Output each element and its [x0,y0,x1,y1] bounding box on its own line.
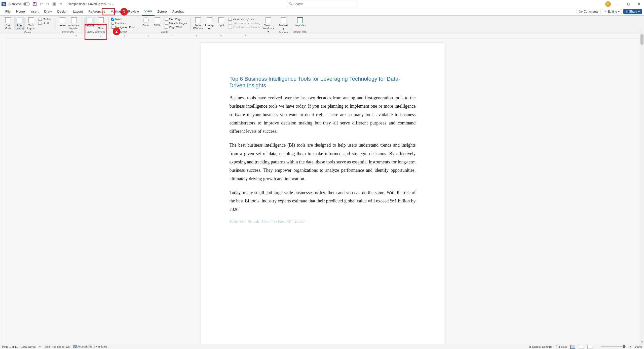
chevron-down-icon[interactable]: ⌵ [112,2,113,6]
group-immersive: Focus Immersive Reader Immersive [55,16,81,34]
minimize-button[interactable]: ─ [614,2,621,7]
view-side-by-side-button[interactable]: View Side by Side [227,17,262,21]
arrange-all-icon [207,17,212,23]
tab-acrobat[interactable]: Acrobat [170,8,186,15]
vertical-ruler[interactable] [0,34,5,344]
spell-check-icon[interactable]: ✔ [39,345,41,348]
heading-2[interactable]: Why You Should Use The Best BI Tools? [230,219,416,225]
zoom-button[interactable]: Zoom [140,17,151,27]
read-mode-button[interactable]: Read Mode [3,17,14,30]
web-layout-button[interactable]: Web Layout [26,17,37,30]
multiple-pages-button[interactable]: Multiple Pages [164,21,188,25]
gridlines-checkbox[interactable]: Gridlines [111,21,136,25]
focus-button[interactable]: Focus [57,17,68,27]
text-predictions[interactable]: Text Predictions: On [45,345,69,348]
group-page-movement-label: Page Movement [84,30,106,34]
display-settings-button[interactable]: 🖥 Display Settings [529,345,552,348]
paragraph-2[interactable]: The best business intelligence (BI) tool… [230,141,416,183]
user-avatar[interactable] [605,1,611,7]
zoom-in-button[interactable]: + [630,345,631,348]
zoom-100-label: 100% [154,24,161,27]
tab-mailings[interactable]: Mailings [108,8,126,15]
toggle-off-icon[interactable] [23,2,30,6]
page-width-button[interactable]: Page Width [164,25,188,29]
workspace: 01234567 Top 6 Business Intelligence Too… [0,34,644,344]
web-layout-view-button[interactable] [587,345,592,349]
search-icon [289,2,292,6]
split-button[interactable]: Split [216,17,227,27]
vertical-scrollbar[interactable]: ▲ ▼ [640,34,644,344]
zoom-level[interactable]: 160% [635,345,642,348]
outline-button[interactable]: Outline [37,17,53,21]
tab-file[interactable]: File [3,8,13,15]
accessibility-status[interactable]: ♿ Accessibility: Investigate [73,345,107,348]
save-icon[interactable] [33,2,37,6]
reset-pos-icon [228,26,232,29]
table-icon[interactable] [52,2,56,6]
read-mode-icon [5,17,11,23]
read-mode-view-button[interactable] [579,345,584,349]
page-1[interactable]: Top 6 Business Intelligence Tools for Le… [201,43,445,344]
tab-references[interactable]: References [86,8,108,15]
new-window-button[interactable]: New Window [193,17,204,30]
group-show: Ruler Gridlines Navigation Pane Show [109,16,138,34]
switch-windows-icon [266,17,271,23]
dropdown-icon[interactable]: ▾ [59,2,63,6]
group-macros: Macros▾ Macros [277,16,291,34]
tab-review[interactable]: Review [125,8,142,15]
macros-label: Macros [279,24,288,27]
ruler-checkbox[interactable]: Ruler [111,17,136,21]
share-button[interactable]: ⇪Share▾ [623,9,642,14]
focus-mode-label: Focus [559,345,567,348]
paragraph-3[interactable]: Today, many small and large scale busine… [230,189,416,214]
tab-layout[interactable]: Layout [70,8,86,15]
side-to-side-button[interactable]: Side to Side [95,17,106,30]
tab-view[interactable]: View [142,8,155,16]
zoom-slider[interactable] [601,346,626,347]
outline-label: Outline [43,18,52,21]
synchronous-scrolling-button: Synchronous Scrolling [227,21,262,25]
page-indicator[interactable]: Page 1 of 11 [2,345,18,348]
one-page-button[interactable]: One Page [164,17,188,21]
undo-icon[interactable]: ↶ [39,2,43,6]
tab-design[interactable]: Design [55,8,70,15]
document-area[interactable]: 01234567 Top 6 Business Intelligence Too… [5,34,640,344]
focus-mode-button[interactable]: ⛶ Focus [556,345,567,348]
print-layout-button[interactable]: Print Layout [14,17,25,30]
document-title[interactable]: Top 6 Business Intelligence Tools for Le… [230,76,416,89]
paragraph-1[interactable]: Business tools have evolved over the las… [230,94,416,136]
editing-mode-button[interactable]: ✎Editing▾ [602,9,622,14]
ruler-check-icon[interactable] [111,18,114,21]
horizontal-ruler[interactable]: 01234567 [5,34,640,38]
vertical-button[interactable]: Vertical [84,17,95,27]
immersive-reader-button[interactable]: Immersive Reader [68,17,80,30]
gridlines-check-icon[interactable] [111,22,114,25]
comments-button[interactable]: 💬Comments [577,9,600,14]
tab-draw[interactable]: Draw [41,8,54,15]
close-button[interactable]: ✕ [635,2,642,7]
arrange-all-button[interactable]: Arrange All [204,17,215,30]
word-count[interactable]: 1809 words [21,345,35,348]
tab-home[interactable]: Home [13,8,28,15]
maximize-button[interactable]: ▢ [625,2,632,7]
search-input[interactable]: Search [287,1,357,7]
print-layout-view-button[interactable] [570,345,575,349]
zoom-out-button[interactable]: − [596,345,597,348]
autosave-toggle[interactable]: AutoSave [9,2,30,6]
redo-icon[interactable]: ↷ [46,2,50,6]
zoom-100-button[interactable]: 100% [152,17,163,27]
properties-button[interactable]: Properties [294,17,306,27]
scroll-down-icon[interactable]: ▼ [640,340,644,344]
tab-zotero[interactable]: Zotero [155,8,170,15]
navigation-pane-checkbox[interactable]: Navigation Pane [111,25,136,29]
document-status[interactable]: Saved to this PC [88,2,110,6]
navpane-check-icon[interactable] [111,26,114,29]
arrange-all-label: Arrange All [204,24,215,30]
scrollbar-thumb[interactable] [640,34,643,45]
tab-insert[interactable]: Insert [28,8,42,15]
document-name[interactable]: Example.docx [66,2,85,6]
macros-button[interactable]: Macros▾ [278,17,289,30]
collapse-ribbon-button[interactable]: ⌃ [639,29,642,33]
draft-button[interactable]: Draft [37,21,53,25]
switch-windows-button[interactable]: Switch Windows▾ [263,17,274,33]
